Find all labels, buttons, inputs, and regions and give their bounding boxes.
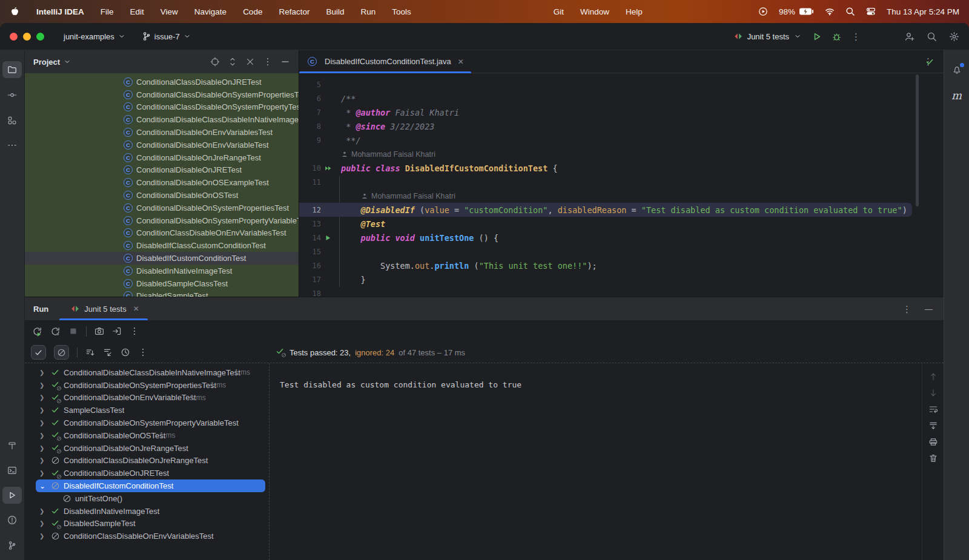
author-inlay-hint[interactable]: Mohammad Faisal Khatri [299,147,944,161]
editor-scrollbar[interactable] [916,74,919,206]
expand-chevron-icon[interactable]: ❯ [39,420,51,426]
battery-charging-icon[interactable] [799,7,814,16]
expand-chevron-icon[interactable]: ❯ [39,508,51,515]
project-tree-item[interactable]: CConditionalDisableOnEnvVariablesTest [25,126,299,139]
expand-chevron-icon[interactable]: ❯ [39,520,51,527]
code-line-6[interactable]: 6/** [299,91,944,105]
more-vdots-icon[interactable]: ⋮ [902,305,911,314]
project-tree[interactable]: CConditionalClassDisableOnJRETestCCondit… [25,73,299,297]
menubar-item-run[interactable]: Run [360,7,375,16]
run-play-icon[interactable] [2,487,22,504]
test-tree-row[interactable]: ❯DisabledSampleTest [25,518,269,530]
terminal-icon[interactable] [2,462,22,479]
expand-chevron-icon[interactable]: ❯ [39,457,51,464]
menubar-item-window[interactable]: Window [580,7,609,16]
clear-icon[interactable] [928,453,938,463]
project-tree-item[interactable]: CConditionalClassDisableOnJRETest [25,76,299,88]
code-line-15[interactable]: 15 [299,245,944,259]
project-tree-item[interactable]: CConditionalDisableOnEnvVariableTest [25,139,299,151]
structure-icon[interactable] [2,112,22,129]
code-line-16[interactable]: 16 System.out.println ("This unit test o… [299,259,944,272]
stop-icon[interactable] [68,326,78,336]
camera-icon[interactable] [94,326,104,336]
project-tree-item[interactable]: CConditionalClassDisableOnSystemProperti… [25,88,299,101]
run-config-selector[interactable]: Junit 5 tests [733,31,802,41]
project-tree-item[interactable]: CConditionalDisableOnSystemPropertiesTes… [25,202,299,214]
expand-chevron-icon[interactable]: ❯ [39,382,51,389]
test-tree-row[interactable]: ❯ConditionalDisableOnEnvVariableTest1 ms [25,392,269,404]
test-tree-row[interactable]: ❯DisabledInNativeImageTest [25,505,269,518]
test-tree-row[interactable]: ❯ConditionalDisableOnSystemPropertyVaria… [25,417,269,429]
chevron-down-icon[interactable] [63,58,71,66]
maven-icon[interactable]: m [947,87,967,104]
expand-chevron-icon[interactable]: ❯ [39,432,51,439]
settings-gear-icon[interactable] [949,31,959,42]
expand-chevron-icon[interactable]: ❯ [39,407,51,413]
project-tree-item[interactable]: CConditionalDisableClassDisableInNativeI… [25,113,299,126]
expand-chevron-icon[interactable]: ❯ [39,394,51,401]
run-method-icon[interactable] [324,234,332,242]
code-line-10[interactable]: 10public class DisabledIfCustomCondition… [299,161,944,175]
passed-check-icon[interactable] [31,345,46,360]
more-dots-icon[interactable] [2,137,22,154]
project-tree-item[interactable]: CConditionClassDisableOnEnvVariablesTest [25,227,299,240]
spotlight-search-icon[interactable] [845,7,855,16]
expand-chevron-icon[interactable]: ⌄ [39,482,51,490]
arrow-down-icon[interactable] [928,388,938,398]
code-line-12[interactable]: 12 @DisabledIf (value = "customCondition… [299,203,912,217]
export-icon[interactable] [112,326,122,336]
test-tree-row[interactable]: ❯ConditionalDisableOnOSTest1 ms [25,429,269,442]
editor-body[interactable]: 56/**7 * @author Faisal Khatri8 * @since… [299,73,944,297]
test-tree-row[interactable]: ❯ConditionalClassDisableOnJreRangeTest [25,455,269,467]
more-vdots-icon[interactable] [130,326,139,336]
branch-selector[interactable]: issue-7 [142,31,191,41]
run-tab-junit[interactable]: Junit 5 tests ✕ [64,297,145,320]
arrow-up-icon[interactable] [928,372,938,381]
minimize-button[interactable] [23,33,31,41]
menubar-item-file[interactable]: File [101,7,114,16]
test-tree-row[interactable]: ❯SampleClassTest [25,404,269,417]
test-results-tree[interactable]: ❯ConditionalDisableClassDisableInNativeI… [25,363,269,560]
project-tree-item[interactable]: CDisabledInNativeImageTest [25,265,299,277]
locate-target-icon[interactable] [210,57,220,67]
author-inlay-hint[interactable]: Mohammad Faisal Khatri [299,189,944,203]
close-button[interactable] [10,33,18,41]
more-vdots-icon[interactable] [138,348,148,357]
code-line-8[interactable]: 8 * @since 3/22/2023 [299,119,944,133]
more-vdots-icon[interactable] [263,57,273,67]
test-tree-row[interactable]: ❯ConditionalDisableOnJRETest [25,467,269,479]
code-line-9[interactable]: 9 **/ [299,133,944,147]
sort-lines-icon[interactable] [85,348,95,357]
soft-wrap-icon[interactable] [928,404,938,414]
wifi-icon[interactable] [825,7,835,16]
commit-icon[interactable] [2,87,22,104]
clock-icon[interactable] [121,348,130,357]
test-tree-row[interactable]: ❯ConditionalDisableOnJreRangeTest [25,442,269,455]
test-tree-row[interactable]: unitTestOne() [25,492,269,505]
hide-minus-icon[interactable]: — [925,305,933,314]
test-tree-row[interactable]: ❯ConditionalDisableOnSystemPropertiesTes… [25,379,269,392]
run-class-icon[interactable] [324,164,332,173]
search-icon[interactable] [927,31,937,42]
add-user-icon[interactable] [904,31,914,42]
unfold-icon[interactable] [228,57,237,67]
menubar-item-edit[interactable]: Edit [130,7,144,16]
zoom-button[interactable] [36,33,44,41]
collapse-x-icon[interactable] [245,57,255,67]
test-tree-row[interactable]: ❯ConditionClassDisableOnEnvVariablesTest [25,530,269,542]
scroll-end-icon[interactable] [928,421,938,430]
project-tree-item[interactable]: CConditionalDisableOnJreRangeTest [25,151,299,164]
test-console[interactable]: Test disabled as custom condition evalua… [269,363,922,560]
menubar-item-navigate[interactable]: Navigate [194,7,227,16]
run-button[interactable] [812,31,822,42]
project-tree-item[interactable]: CConditionalDisableOnJRETest [25,164,299,177]
code-line-13[interactable]: 13 @Test [299,217,944,231]
code-line-17[interactable]: 17 } [299,272,944,286]
debug-button[interactable] [832,31,842,42]
menubar-clock[interactable]: Thu 13 Apr 5:24 PM [887,7,959,16]
menubar-item-help[interactable]: Help [626,7,643,16]
apple-menu-icon[interactable] [10,7,20,17]
project-selector[interactable]: junit-examples [64,32,126,41]
menubar-item-git[interactable]: Git [554,7,564,16]
menubar-item-tools[interactable]: Tools [392,7,411,16]
